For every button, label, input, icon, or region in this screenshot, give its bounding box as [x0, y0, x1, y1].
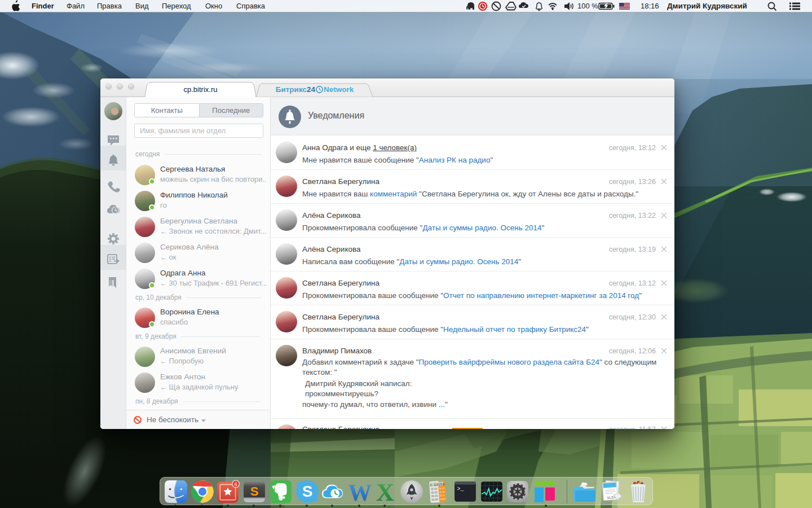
- svg-text:S: S: [250, 484, 259, 498]
- svg-text:>_: >_: [457, 485, 464, 492]
- svg-text:S: S: [302, 483, 312, 500]
- svg-text:W: W: [348, 480, 372, 503]
- svg-text:6: 6: [235, 481, 237, 487]
- svg-text:X: X: [376, 480, 394, 503]
